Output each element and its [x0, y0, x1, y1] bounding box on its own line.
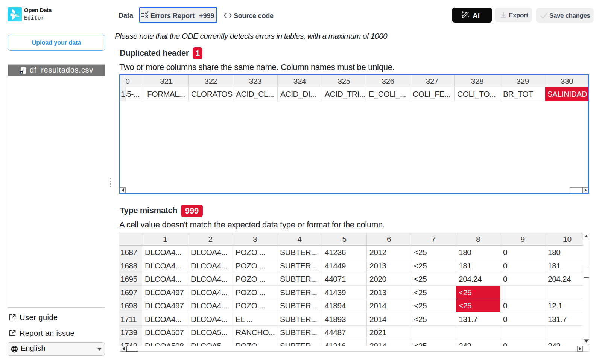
svg-text:x: x — [20, 71, 23, 74]
svg-text:E: E — [16, 12, 20, 18]
